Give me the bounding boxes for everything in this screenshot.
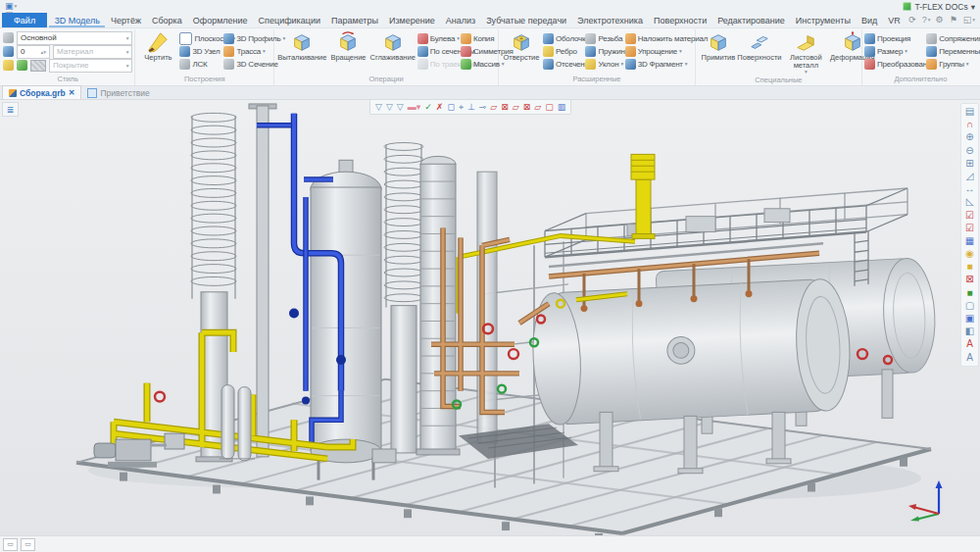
dimensions-icon[interactable]: ◺: [966, 197, 974, 207]
ribbon-command[interactable]: Оболочка ▾: [543, 32, 584, 44]
ribbon-command[interactable]: Проекция: [864, 32, 925, 44]
ribbon-big-command[interactable]: Поверхности: [739, 29, 780, 75]
ribbon-command[interactable]: Упрощение ▾: [625, 45, 693, 57]
menu-tab[interactable]: Анализ: [440, 13, 480, 27]
section-page-icon[interactable]: ▢: [545, 103, 554, 112]
section-plane-cross-icon[interactable]: ⊠: [523, 103, 531, 112]
ribbon-command[interactable]: 3D Профиль ▾: [223, 32, 271, 44]
ribbon-command[interactable]: Массив ▾: [461, 58, 496, 70]
ribbon-command[interactable]: Трасса ▾: [223, 45, 271, 57]
show-element-icon[interactable]: ■: [966, 288, 972, 298]
document-pages-icon[interactable]: ▤: [965, 107, 974, 117]
open-box-icon[interactable]: ▢: [965, 301, 974, 311]
help-icon[interactable]: ? ▾: [922, 16, 931, 25]
menu-tab[interactable]: Поверхности: [648, 13, 711, 27]
ribbon-command[interactable]: По сечениям: [417, 45, 460, 57]
filter-edges-icon[interactable]: ▽: [386, 103, 393, 112]
ribbon-big-command[interactable]: Отверстие: [501, 29, 542, 62]
section-plane-icon[interactable]: ▱: [513, 103, 519, 112]
ribbon-command[interactable]: Преобразования: [864, 58, 925, 70]
coating-select[interactable]: Покрытие ▾: [49, 59, 132, 73]
ribbon-command[interactable]: Наложить материал: [625, 32, 693, 44]
menu-tab[interactable]: Измерение: [383, 13, 440, 27]
level-stepper[interactable]: 0 ▴▾: [17, 45, 50, 59]
menu-tab[interactable]: Оформление: [187, 13, 253, 27]
settings-gear-icon[interactable]: ⚙: [936, 16, 945, 25]
file-menu-button[interactable]: Файл: [2, 13, 47, 27]
text-decrease-icon[interactable]: A: [966, 353, 973, 363]
window-split-icon[interactable]: ▭: [21, 538, 35, 551]
filter-vertices-icon[interactable]: ▽: [375, 103, 382, 112]
hide-element-icon[interactable]: ⊠: [965, 275, 973, 284]
shaded-cube-icon[interactable]: ■: [966, 262, 972, 272]
menu-tab[interactable]: Параметры: [325, 13, 383, 27]
box-select-icon[interactable]: ◻: [447, 103, 454, 112]
wireframe-cube-icon[interactable]: ▦: [965, 236, 974, 246]
3d-viewport[interactable]: ≣ ▽ ▽ ▽ ▬▾ ✓: [0, 100, 980, 535]
menu-tab[interactable]: Чертёж: [105, 13, 146, 27]
ribbon-command[interactable]: Ребро: [543, 45, 584, 57]
ribbon-big-command[interactable]: Примитив: [698, 29, 739, 75]
document-tab-active[interactable]: Сборка.grb ✕: [2, 85, 81, 99]
menu-tab[interactable]: 3D Модель: [49, 13, 105, 27]
highlight-color-swatch[interactable]: ▬▾: [408, 103, 421, 112]
ribbon-command[interactable]: Размер ▾: [864, 45, 925, 57]
document-tab-welcome[interactable]: Приветствие: [81, 86, 155, 99]
window-view-icon[interactable]: ▣: [965, 314, 974, 324]
section-cube-icon[interactable]: ▱: [534, 103, 541, 112]
sync-icon[interactable]: ⟳: [908, 16, 917, 25]
material-fill-icon[interactable]: ◧: [965, 326, 974, 336]
section-box-cross-icon[interactable]: ⊠: [501, 103, 509, 112]
ribbon-command[interactable]: Пружина ▾: [585, 45, 623, 57]
ribbon-command[interactable]: ЛСК: [179, 58, 222, 70]
ribbon-command[interactable]: По траектории: [417, 58, 460, 70]
close-icon[interactable]: ✕: [69, 88, 75, 97]
zoom-out-icon[interactable]: ⊖: [965, 146, 973, 156]
ribbon-big-command[interactable]: Выталкивание: [276, 29, 327, 62]
ribbon-big-command[interactable]: Чертить: [137, 29, 178, 62]
ribbon-command[interactable]: Копия: [461, 32, 496, 44]
layer-select[interactable]: Основной ▾: [17, 31, 132, 45]
ribbon-command[interactable]: Отсечение: [543, 58, 584, 70]
menu-tab[interactable]: Инструменты: [790, 13, 856, 27]
attach-clip-icon[interactable]: ⊸: [479, 103, 487, 112]
ribbon-command[interactable]: Резьба: [585, 32, 623, 44]
magnet-snap-icon[interactable]: ∩: [966, 120, 973, 129]
text-increase-icon[interactable]: A: [966, 339, 973, 349]
texture-swatch[interactable]: [30, 60, 46, 72]
menu-tab[interactable]: Электротехника: [572, 13, 649, 27]
render-mode-icon[interactable]: ◉: [965, 249, 974, 259]
section-apply-icon[interactable]: ▥: [558, 103, 566, 112]
ribbon-command[interactable]: 3D Фрагмент ▾: [625, 58, 693, 70]
ribbon-command[interactable]: Плоскость ▾: [179, 32, 222, 44]
menu-tab[interactable]: Сборка: [146, 13, 187, 27]
color-icon[interactable]: [3, 60, 14, 71]
check-model-icon[interactable]: ☑: [965, 211, 974, 221]
axes-select-icon[interactable]: ⊥: [467, 103, 475, 112]
ribbon-command[interactable]: 3D Сечение: [223, 58, 271, 70]
ribbon-big-command[interactable]: Вращение: [327, 29, 368, 62]
section-box-icon[interactable]: ▱: [490, 103, 497, 112]
ribbon-command[interactable]: Сопряжения ▾: [926, 32, 977, 44]
flag-icon[interactable]: ⚑: [950, 16, 958, 25]
model-tree-toggle-button[interactable]: ≣: [2, 102, 19, 117]
zoom-window-icon[interactable]: ⊞: [965, 159, 973, 169]
confirm-selection-icon[interactable]: ✓: [424, 103, 432, 112]
ribbon-command[interactable]: Симметрия: [461, 45, 496, 57]
snap-point-icon[interactable]: ⌖: [459, 103, 464, 112]
measure-icon[interactable]: ↔: [965, 184, 975, 194]
ribbon-big-command[interactable]: Листовой металл ▾: [780, 29, 832, 75]
cancel-selection-icon[interactable]: ✗: [436, 103, 444, 112]
ribbon-big-command[interactable]: Сглаживание: [368, 29, 416, 62]
window-mode-icon[interactable]: ▭: [3, 538, 18, 551]
ribbon-command[interactable]: 3D Узел: [179, 45, 222, 57]
material-select[interactable]: Материал ▾: [53, 45, 132, 59]
layout-windows-icon[interactable]: ◱ ▾: [963, 16, 975, 25]
ribbon-command[interactable]: Переменные: [926, 45, 977, 57]
tflex-docs-button[interactable]: T-FLEX DOCs ▾: [903, 2, 975, 12]
menu-tab[interactable]: Вид: [856, 13, 882, 27]
menu-tab[interactable]: Редактирование: [712, 13, 791, 27]
menu-tab[interactable]: VR: [883, 13, 905, 27]
ribbon-command[interactable]: Группы ▾: [926, 58, 977, 70]
ribbon-command[interactable]: Булева ▾: [417, 32, 460, 44]
